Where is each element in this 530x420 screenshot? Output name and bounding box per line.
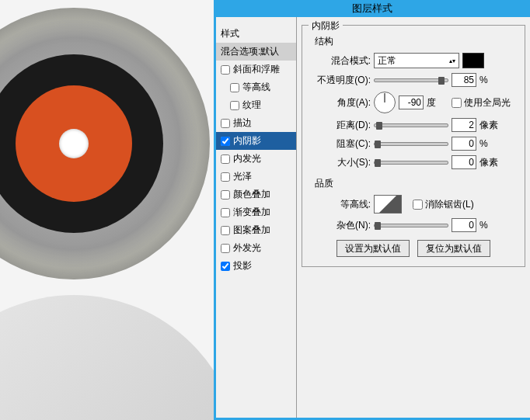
style-item-9[interactable]: 图案叠加	[216, 221, 296, 239]
style-checkbox[interactable]	[221, 244, 230, 253]
style-checkbox[interactable]	[221, 190, 230, 200]
platter-graphic	[0, 295, 241, 420]
style-checkbox[interactable]	[221, 65, 230, 75]
style-label: 内阴影	[233, 134, 261, 148]
opacity-input[interactable]	[452, 73, 476, 87]
style-item-3[interactable]: 描边	[216, 114, 296, 132]
distance-input[interactable]	[452, 118, 476, 132]
vinyl-record-graphic	[0, 8, 210, 279]
style-item-7[interactable]: 颜色叠加	[216, 186, 296, 203]
group-title: 内阴影	[309, 19, 343, 33]
noise-label: 杂色(N):	[315, 219, 371, 232]
style-checkbox[interactable]	[230, 83, 239, 92]
distance-slider[interactable]	[374, 123, 448, 127]
choke-slider[interactable]	[374, 142, 448, 146]
noise-slider[interactable]	[374, 224, 448, 227]
style-label: 纹理	[242, 99, 261, 112]
style-item-11[interactable]: 投影	[216, 257, 296, 275]
style-checkbox[interactable]	[221, 226, 230, 235]
style-label: 外发光	[233, 241, 261, 255]
angle-unit: 度	[427, 96, 448, 109]
canvas-background	[0, 0, 214, 420]
inner-shadow-group: 内阴影 结构 混合模式: 正常 ▴▾ 不透明度(O):	[302, 25, 525, 267]
style-item-4[interactable]: 内阴影	[216, 132, 296, 150]
distance-unit: 像素	[479, 119, 501, 132]
global-light-checkbox[interactable]: 使用全局光	[452, 96, 511, 109]
size-unit: 像素	[479, 156, 501, 169]
quality-subgroup: 品质 等高线: 消除锯齿(L) 杂色(N):	[315, 177, 518, 232]
antialias-checkbox[interactable]: 消除锯齿(L)	[413, 198, 474, 211]
global-light-box[interactable]	[452, 98, 462, 108]
opacity-unit: %	[479, 75, 501, 85]
style-checkbox[interactable]	[221, 154, 230, 164]
reset-default-button[interactable]: 复位为默认值	[417, 240, 490, 257]
style-label: 投影	[233, 259, 252, 272]
structure-title: 结构	[315, 35, 518, 48]
styles-header: 样式	[216, 25, 296, 43]
opacity-slider[interactable]	[374, 78, 448, 82]
style-label: 颜色叠加	[233, 188, 270, 201]
style-item-2[interactable]: 纹理	[216, 96, 296, 114]
style-label: 等高线	[242, 81, 270, 94]
size-slider[interactable]	[374, 161, 448, 165]
style-item-5[interactable]: 内发光	[216, 150, 296, 168]
style-checkbox[interactable]	[230, 101, 239, 110]
dialog-titlebar: 图层样式	[214, 0, 530, 17]
angle-input[interactable]	[399, 95, 424, 109]
style-item-10[interactable]: 外发光	[216, 239, 296, 257]
size-label: 大小(S):	[315, 156, 371, 169]
style-label: 光泽	[233, 170, 252, 183]
blend-mode-select[interactable]: 正常 ▴▾	[374, 53, 459, 68]
antialias-label: 消除锯齿(L)	[425, 198, 474, 211]
style-item-6[interactable]: 光泽	[216, 168, 296, 186]
opacity-label: 不透明度(O):	[315, 74, 371, 87]
style-item-0[interactable]: 斜面和浮雕	[216, 61, 296, 78]
set-default-button[interactable]: 设置为默认值	[336, 240, 410, 257]
size-input[interactable]	[452, 155, 476, 169]
noise-input[interactable]	[452, 218, 476, 232]
layer-style-dialog: 图层样式 样式 混合选项:默认 斜面和浮雕等高线纹理描边内阴影内发光光泽颜色叠加…	[214, 0, 530, 420]
choke-label: 阻塞(C):	[315, 137, 371, 151]
noise-unit: %	[479, 220, 501, 231]
style-checkbox[interactable]	[221, 119, 230, 128]
structure-subgroup: 结构 混合模式: 正常 ▴▾ 不透明度(O): %	[315, 35, 518, 169]
choke-unit: %	[479, 138, 501, 149]
select-arrows-icon: ▴▾	[449, 59, 455, 63]
global-light-label: 使用全局光	[464, 96, 511, 109]
style-label: 渐变叠加	[233, 206, 270, 219]
dialog-title: 图层样式	[352, 2, 392, 16]
angle-label: 角度(A):	[315, 96, 371, 109]
style-item-1[interactable]: 等高线	[216, 78, 296, 96]
shadow-color-swatch[interactable]	[462, 53, 484, 68]
distance-label: 距离(D):	[315, 119, 371, 132]
style-label: 内发光	[233, 152, 261, 165]
style-label: 描边	[233, 116, 252, 130]
blend-mode-label: 混合模式:	[315, 54, 371, 68]
style-checkbox[interactable]	[221, 137, 230, 146]
style-checkbox[interactable]	[221, 262, 230, 271]
settings-panel: 内阴影 结构 混合模式: 正常 ▴▾ 不透明度(O):	[297, 17, 530, 418]
angle-dial[interactable]	[374, 92, 396, 113]
style-label: 斜面和浮雕	[233, 63, 280, 76]
quality-title: 品质	[315, 177, 518, 190]
style-checkbox[interactable]	[221, 172, 230, 182]
style-label: 图案叠加	[233, 224, 270, 237]
blending-defaults[interactable]: 混合选项:默认	[216, 43, 296, 61]
blend-mode-value: 正常	[378, 54, 396, 68]
contour-label: 等高线:	[315, 198, 371, 211]
styles-panel: 样式 混合选项:默认 斜面和浮雕等高线纹理描边内阴影内发光光泽颜色叠加渐变叠加图…	[216, 17, 297, 418]
contour-picker[interactable]	[374, 195, 402, 213]
antialias-box[interactable]	[413, 200, 423, 210]
style-checkbox[interactable]	[221, 208, 230, 217]
style-item-8[interactable]: 渐变叠加	[216, 203, 296, 221]
choke-input[interactable]	[452, 137, 476, 151]
